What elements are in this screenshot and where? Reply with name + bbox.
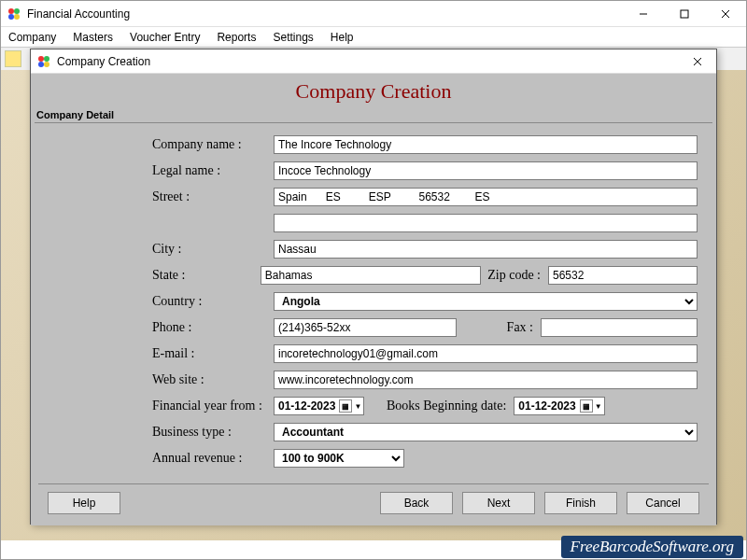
cancel-button[interactable]: Cancel (627, 492, 699, 514)
city-field[interactable] (274, 240, 698, 259)
country-select[interactable]: Angola (274, 292, 698, 311)
label-annual-revenue: Annual revenue : (152, 451, 274, 466)
label-email: E-mail : (152, 346, 274, 361)
fax-field[interactable] (541, 318, 698, 337)
close-button[interactable] (705, 1, 746, 27)
street-field-2[interactable] (274, 214, 698, 232)
back-button[interactable]: Back (380, 492, 453, 514)
label-website: Web site : (152, 372, 274, 387)
label-street: Street : (152, 189, 274, 204)
company-creation-dialog: Company Creation Company Creation Compan… (30, 49, 717, 525)
watermark: FreeBarcodeSoftware.org (561, 536, 743, 558)
window-controls (623, 1, 746, 27)
svg-point-2 (8, 14, 14, 20)
svg-point-9 (44, 56, 49, 62)
menu-voucher-entry[interactable]: Voucher Entry (130, 31, 200, 44)
dialog-heading: Company Creation (31, 74, 716, 107)
svg-point-3 (14, 14, 20, 20)
books-begin-value: 01-12-2023 (518, 399, 575, 413)
dialog-titlebar: Company Creation (31, 49, 716, 74)
label-company-name: Company name : (152, 137, 274, 152)
label-business-type: Business type : (152, 425, 274, 440)
label-phone: Phone : (152, 320, 274, 335)
phone-field[interactable] (274, 318, 457, 337)
button-divider (38, 483, 709, 484)
street-field-1[interactable] (274, 188, 698, 206)
maximize-button[interactable] (664, 1, 705, 27)
calendar-icon: ▦ (339, 399, 352, 413)
label-country: Country : (152, 294, 274, 309)
calendar-icon: ▦ (580, 399, 593, 413)
label-fy-from: Financial year from : (152, 399, 274, 413)
label-city: City : (152, 242, 274, 257)
fy-from-field[interactable]: 01-12-2023 ▦ ▼ (274, 397, 364, 415)
fy-from-value: 01-12-2023 (278, 399, 335, 413)
group-label: Company Detail (31, 107, 716, 122)
group-divider (35, 122, 712, 123)
help-button[interactable]: Help (48, 492, 120, 514)
toolbar-new-icon[interactable] (5, 50, 21, 67)
svg-point-8 (38, 56, 44, 62)
menu-company[interactable]: Company (8, 31, 56, 44)
button-row: Help Back Next Finish Cancel (31, 492, 716, 514)
chevron-down-icon: ▼ (354, 402, 361, 411)
annual-revenue-select[interactable]: 100 to 900K (274, 449, 404, 468)
company-form: Company name : Legal name : Street : Cit… (31, 131, 716, 469)
svg-point-11 (44, 62, 49, 67)
dialog-title: Company Creation (57, 55, 679, 68)
chevron-down-icon: ▼ (595, 402, 602, 411)
menu-help[interactable]: Help (331, 31, 354, 44)
label-books-begin: Books Beginning date: (364, 399, 514, 413)
legal-name-field[interactable] (274, 161, 698, 180)
label-zip: Zip code : (481, 268, 548, 283)
minimize-button[interactable] (623, 1, 664, 27)
website-field[interactable] (274, 371, 698, 389)
menubar: Company Masters Voucher Entry Reports Se… (1, 27, 746, 48)
menu-settings[interactable]: Settings (273, 31, 313, 44)
app-icon (7, 7, 21, 21)
finish-button[interactable]: Finish (544, 492, 617, 514)
label-legal-name: Legal name : (152, 163, 274, 178)
dialog-close-button[interactable] (679, 49, 716, 74)
svg-point-1 (14, 8, 20, 14)
next-button[interactable]: Next (462, 492, 535, 514)
zip-field[interactable] (548, 266, 698, 285)
dialog-body: Company Creation Company Detail Company … (31, 74, 716, 525)
dialog-icon (36, 54, 51, 69)
label-state: State : (152, 268, 261, 283)
state-field[interactable] (261, 266, 481, 285)
menu-reports[interactable]: Reports (217, 31, 256, 44)
books-begin-field[interactable]: 01-12-2023 ▦ ▼ (514, 397, 604, 415)
svg-point-0 (8, 8, 14, 14)
email-field[interactable] (274, 344, 698, 363)
main-titlebar: Financial Accounting (1, 1, 746, 27)
svg-rect-5 (681, 10, 688, 18)
menu-masters[interactable]: Masters (73, 31, 113, 44)
svg-point-10 (38, 62, 44, 67)
label-fax: Fax : (457, 320, 541, 335)
company-name-field[interactable] (274, 135, 698, 154)
business-type-select[interactable]: Accountant (274, 423, 698, 441)
main-title: Financial Accounting (27, 7, 623, 21)
